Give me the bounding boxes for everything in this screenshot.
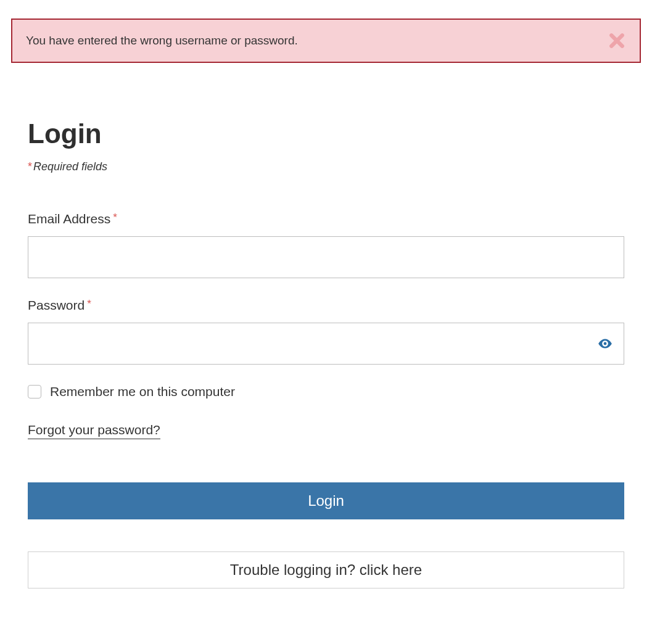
- login-button[interactable]: Login: [28, 482, 624, 519]
- password-label: Password*: [28, 298, 624, 313]
- remember-me-label: Remember me on this computer: [50, 384, 235, 399]
- login-form-container: Login *Required fields Email Address* Pa…: [0, 63, 652, 588]
- email-field-group: Email Address*: [28, 212, 624, 278]
- close-icon[interactable]: [608, 31, 626, 50]
- password-input[interactable]: [28, 323, 624, 365]
- email-input[interactable]: [28, 236, 624, 278]
- alert-message: You have entered the wrong username or p…: [26, 34, 298, 47]
- password-field-group: Password*: [28, 298, 624, 365]
- page-title: Login: [28, 118, 624, 149]
- trouble-logging-in-button[interactable]: Trouble logging in? click here: [28, 551, 624, 588]
- email-label: Email Address*: [28, 212, 624, 226]
- asterisk-icon: *: [28, 160, 32, 173]
- error-alert: You have entered the wrong username or p…: [11, 19, 641, 63]
- svg-point-0: [604, 342, 607, 345]
- required-fields-note: *Required fields: [28, 160, 624, 173]
- forgot-password-link[interactable]: Forgot your password?: [28, 423, 160, 439]
- eye-icon[interactable]: [597, 336, 613, 352]
- asterisk-icon: *: [87, 298, 91, 310]
- remember-me-row: Remember me on this computer: [28, 384, 624, 399]
- remember-me-checkbox[interactable]: [28, 385, 41, 398]
- asterisk-icon: *: [113, 212, 117, 223]
